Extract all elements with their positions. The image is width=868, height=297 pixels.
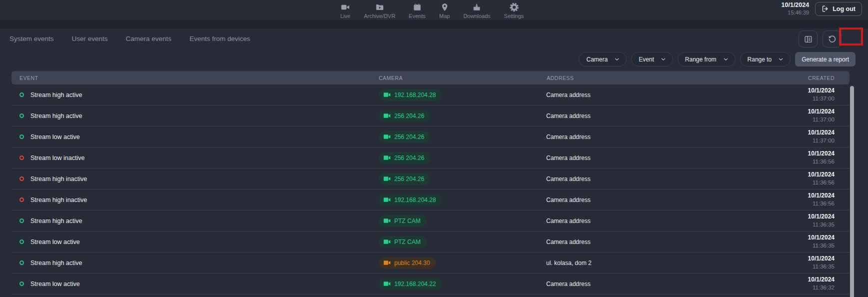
event-status-icon: [19, 260, 24, 265]
nav-icon: [509, 2, 519, 12]
event-cell: Stream high inactive: [11, 196, 376, 204]
address-cell: Camera address: [546, 238, 726, 246]
logout-button[interactable]: Log out: [815, 2, 862, 16]
event-cell: Stream high active: [11, 260, 376, 266]
table-row[interactable]: Stream high inactive 192.168.204.28 Came…: [11, 190, 850, 210]
table-row[interactable]: Stream high active public 204.30 ul. kol…: [11, 252, 850, 274]
event-tabs: System events User events Camera events …: [9, 28, 250, 48]
created-cell: 10/1/2024 11:36:56: [726, 171, 850, 186]
table-row[interactable]: Stream high inactive 256 204.26 Camera a…: [11, 168, 850, 190]
created-date: 10/1/2024: [726, 234, 835, 242]
address-cell: Camera address: [546, 92, 726, 98]
nav-icon: [472, 2, 482, 12]
camera-badge: PTZ CAM: [379, 215, 427, 227]
filter-dropdown-label: Range to: [748, 56, 772, 63]
nav-icon: [412, 2, 422, 12]
tab-events-from-devices[interactable]: Events from devices: [189, 28, 250, 48]
tab-user-events[interactable]: User events: [72, 28, 108, 48]
refresh-icon: [828, 34, 837, 44]
generate-report-button[interactable]: Generate a report: [795, 52, 856, 66]
nav-item-map[interactable]: Map: [435, 0, 454, 20]
event-name: Stream high active: [30, 260, 82, 266]
event-cell: Stream high active: [11, 112, 376, 120]
event-status-icon: [19, 156, 24, 160]
camera-badge: 192.168.204.28: [379, 89, 442, 101]
camera-name: 192.168.204.28: [394, 196, 436, 204]
tab-camera-events[interactable]: Camera events: [126, 28, 172, 48]
chevron-down-icon: [660, 56, 667, 62]
event-cell: Stream low active: [11, 280, 376, 288]
camera-name: 192.168.204.28: [394, 92, 436, 98]
created-cell: 10/1/2024 11:37:00: [726, 87, 850, 102]
created-time: 11:36:35: [726, 221, 835, 228]
topbar-right: 10/1/2024 15:46:39 Log out: [782, 2, 862, 16]
camera-name: PTZ CAM: [394, 238, 421, 246]
vertical-scrollbar-thumb[interactable]: [850, 86, 854, 297]
table-row[interactable]: Stream low active 192.168.204.22 Camera …: [11, 274, 850, 294]
created-date: 10/1/2024: [726, 192, 835, 200]
nav-item-label: Archive/DVR: [364, 13, 395, 19]
refresh-button[interactable]: [823, 30, 842, 48]
table-row[interactable]: Stream low active 256 204.26 Camera addr…: [11, 126, 850, 148]
filter-dropdown-camera[interactable]: Camera: [579, 52, 627, 66]
camera-name: 256 204.26: [394, 154, 424, 162]
filter-dropdown-label: Camera: [586, 56, 608, 63]
created-time: 11:37:00: [726, 95, 835, 102]
address-cell: Camera address: [546, 176, 726, 182]
address-cell: Camera address: [546, 218, 726, 224]
camera-icon: [383, 197, 391, 202]
address-cell: Camera address: [546, 196, 726, 204]
nav-item-events[interactable]: Events: [404, 0, 430, 20]
address-cell: Camera address: [546, 112, 726, 120]
table-row[interactable]: Stream high active 256 204.26 Camera add…: [11, 106, 850, 126]
camera-icon: [383, 176, 391, 182]
chevron-down-icon: [614, 56, 620, 62]
topbar-separator-band: [0, 20, 868, 28]
created-cell: 10/1/2024 11:36:35: [726, 213, 850, 228]
nav-item-label: Settings: [504, 13, 524, 19]
camera-icon: [383, 113, 391, 118]
event-status-icon: [19, 134, 24, 139]
camera-icon: [383, 155, 391, 160]
current-time: 15:46:39: [782, 10, 810, 16]
nav-item-archive[interactable]: Archive/DVR: [359, 0, 400, 20]
tab-label: User events: [72, 35, 108, 42]
created-time: 11:36:35: [726, 242, 835, 250]
created-cell: 10/1/2024 11:36:32: [726, 276, 850, 292]
event-name: Stream high active: [30, 92, 82, 98]
filter-dropdown-event[interactable]: Event: [631, 52, 673, 66]
nav-item-downloads[interactable]: Downloads: [459, 0, 495, 20]
event-status-icon: [19, 240, 24, 244]
camera-cell: 256 204.26: [376, 131, 546, 143]
camera-cell: 256 204.26: [376, 152, 546, 164]
filter-dropdown-range-from[interactable]: Range from: [678, 52, 736, 66]
nav-item-live[interactable]: Live: [336, 0, 355, 20]
table-row[interactable]: Stream low inactive 256 204.26 Camera ad…: [11, 148, 850, 168]
nav-item-settings[interactable]: Settings: [500, 0, 529, 20]
table-header-row: EVENT CAMERA ADDRESS CREATED: [11, 71, 850, 84]
event-cell: Stream low active: [11, 238, 376, 246]
camera-icon: [383, 134, 391, 140]
nav-item-label: Live: [340, 13, 350, 19]
filter-dropdown-range-to[interactable]: Range to: [740, 52, 791, 66]
event-status-icon: [19, 218, 24, 223]
table-row[interactable]: Stream high active PTZ CAM Camera addres…: [11, 210, 850, 232]
created-date: 10/1/2024: [726, 150, 835, 158]
address-cell: Camera address: [546, 280, 726, 288]
address-cell: Camera address: [546, 134, 726, 140]
event-name: Stream low active: [30, 134, 80, 140]
event-status-icon: [19, 282, 24, 286]
table-row[interactable]: Stream high active 192.168.204.28 Camera…: [11, 84, 850, 106]
event-name: Stream low inactive: [30, 154, 84, 162]
table-row[interactable]: Stream low active PTZ CAM Camera address…: [11, 232, 850, 252]
tab-system-events[interactable]: System events: [9, 28, 54, 48]
logout-icon: [822, 5, 829, 12]
created-date: 10/1/2024: [726, 213, 835, 221]
event-status-icon: [19, 92, 24, 97]
camera-cell: 192.168.204.28: [376, 194, 546, 206]
camera-name: PTZ CAM: [394, 218, 421, 224]
camera-badge: 256 204.26: [379, 173, 430, 185]
chevron-down-icon: [723, 56, 729, 62]
event-cell: Stream high active: [11, 92, 376, 98]
report-table-button[interactable]: [799, 30, 818, 48]
